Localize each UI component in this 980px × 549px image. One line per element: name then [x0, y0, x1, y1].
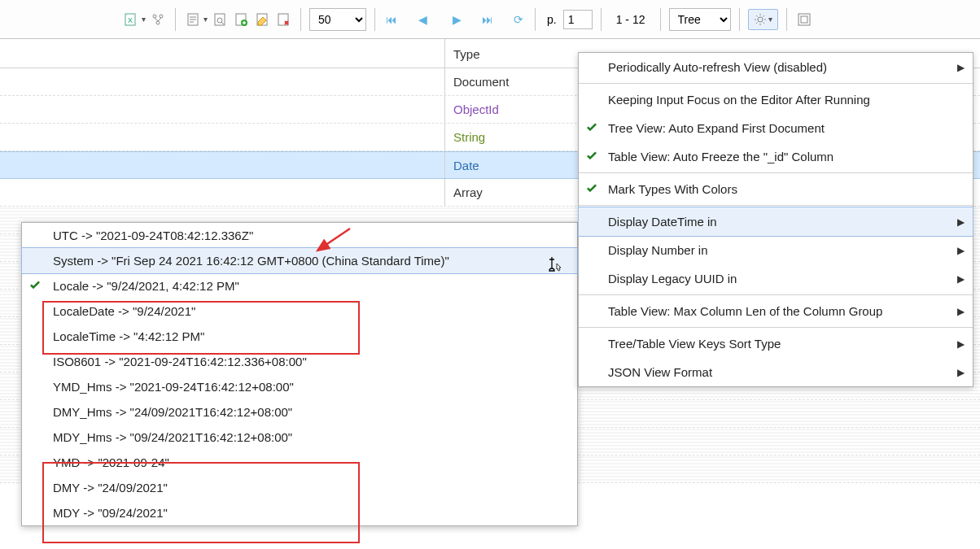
separator [300, 8, 301, 31]
delete-document-icon[interactable] [274, 11, 292, 28]
menu-item-label: ISO8601 -> "2021-09-24T16:42:12.336+08:0… [53, 355, 307, 368]
menu-item[interactable]: Table View: Auto Freeze the "_id" Column [579, 142, 973, 171]
add-document-icon[interactable] [232, 11, 250, 28]
dropdown-icon[interactable]: ▾ [203, 15, 208, 24]
svg-point-12 [758, 17, 763, 22]
menu-item-label: YMD_Hms -> "2021-09-24T16:42:12+08:00" [53, 380, 294, 394]
edit-document-icon[interactable] [253, 11, 271, 28]
menu-item[interactable]: System -> "Fri Sep 24 2021 16:42:12 GMT+… [22, 248, 577, 273]
menu-item-label: LocaleDate -> "9/24/2021" [53, 304, 195, 318]
check-icon [585, 181, 598, 197]
menu-item-label: System -> "Fri Sep 24 2021 16:42:12 GMT+… [53, 254, 449, 268]
svg-point-2 [153, 15, 156, 18]
submenu-arrow-icon: ▶ [957, 62, 965, 73]
separator [601, 8, 602, 31]
menu-item-label: Locale -> "9/24/2021, 4:42:12 PM" [53, 279, 239, 293]
check-icon [28, 278, 42, 294]
menu-item[interactable]: Locale -> "9/24/2021, 4:42:12 PM" [22, 273, 577, 298]
refresh-icon[interactable]: ⟳ [510, 11, 527, 28]
schema-icon[interactable] [149, 11, 167, 28]
menu-item-label: Display Number in [608, 243, 708, 257]
menu-item[interactable]: Display Legacy UUID in▶ [579, 264, 973, 293]
dropdown-icon[interactable]: ▾ [142, 15, 146, 24]
svg-text:X: X [128, 16, 133, 24]
menu-item-label: MDY -> "09/24/2021" [53, 506, 168, 520]
menu-item[interactable]: Keeping Input Focus on the Editor After … [579, 85, 973, 114]
page-label: p. [547, 13, 557, 26]
record-range: 1 - 12 [616, 13, 645, 26]
type-column-header[interactable]: Type [444, 39, 505, 68]
menu-item[interactable]: DMY_Hms -> "24/09/2021T16:42:12+08:00" [22, 399, 577, 425]
menu-item[interactable]: Display DateTime in▶ [579, 207, 973, 236]
submenu-arrow-icon: ▶ [957, 338, 965, 350]
menu-item[interactable]: LocaleDate -> "9/24/2021" [22, 298, 577, 324]
next-page-icon[interactable]: ▶ [448, 11, 465, 28]
menu-separator [579, 327, 973, 328]
prev-page-icon[interactable]: ◀ [414, 11, 431, 28]
submenu-arrow-icon: ▶ [957, 367, 965, 378]
menu-item-label: Tree View: Auto Expand First Document [608, 121, 825, 135]
menu-item[interactable]: UTC -> "2021-09-24T08:42:12.336Z" [22, 223, 577, 248]
menu-item[interactable]: YMD -> "2021-09-24" [22, 450, 577, 475]
submenu-arrow-icon: ▶ [957, 245, 965, 256]
menu-item[interactable]: YMD_Hms -> "2021-09-24T16:42:12+08:00" [22, 374, 577, 399]
first-page-icon[interactable]: ⏮ [383, 11, 400, 28]
menu-item-label: Display Legacy UUID in [608, 272, 737, 285]
export-excel-icon[interactable]: X [122, 11, 140, 28]
menu-separator [579, 172, 973, 173]
menu-item-label: UTC -> "2021-09-24T08:42:12.336Z" [53, 229, 253, 242]
menu-item-label: DMY_Hms -> "24/09/2021T16:42:12+08:00" [53, 405, 292, 419]
separator [535, 8, 536, 31]
menu-separator [579, 83, 973, 84]
menu-item[interactable]: Table View: Max Column Len of the Column… [579, 297, 973, 325]
check-icon [585, 149, 598, 164]
menu-item-label: MDY_Hms -> "09/24/2021T16:42:12+08:00" [53, 430, 292, 444]
preview-icon[interactable] [211, 11, 229, 28]
menu-item[interactable]: Tree/Table View Keys Sort Type▶ [579, 329, 973, 358]
dropdown-icon: ▾ [768, 15, 772, 24]
menu-item[interactable]: Periodically Auto-refresh View (disabled… [579, 53, 973, 81]
type-cell: Document [444, 68, 509, 95]
menu-item-label: YMD -> "2021-09-24" [53, 455, 169, 469]
menu-item-label: JSON View Format [608, 365, 712, 379]
menu-separator [579, 294, 973, 295]
separator [739, 8, 740, 31]
document-icon[interactable] [184, 11, 202, 28]
menu-item[interactable]: ISO8601 -> "2021-09-24T16:42:12.336+08:0… [22, 349, 577, 374]
toolbar: X ▾ ▾ 50 ⏮ ◀ ▶ ⏭ ⟳ p. 1 - 12 Tree ▾ [0, 0, 980, 39]
page-size-select[interactable]: 50 [309, 8, 366, 31]
menu-item[interactable]: Tree View: Auto Expand First Document [579, 114, 973, 142]
separator [660, 8, 661, 31]
maximize-icon[interactable] [795, 11, 813, 28]
separator [786, 8, 787, 31]
menu-item-label: LocaleTime -> "4:42:12 PM" [53, 329, 204, 343]
submenu-arrow-icon: ▶ [957, 273, 965, 285]
datetime-submenu: UTC -> "2021-09-24T08:42:12.336Z"System … [21, 222, 578, 526]
menu-item[interactable]: Display Number in▶ [579, 236, 973, 264]
separator [175, 8, 176, 31]
gear-icon [754, 13, 767, 26]
last-page-icon[interactable]: ⏭ [479, 11, 496, 28]
type-cell: String [444, 124, 485, 150]
submenu-arrow-icon: ▶ [957, 306, 965, 317]
menu-item-label: Periodically Auto-refresh View (disabled… [608, 60, 827, 74]
view-mode-select[interactable]: Tree [669, 8, 731, 31]
menu-item[interactable]: Mark Types With Colors [579, 175, 973, 203]
settings-menu: Periodically Auto-refresh View (disabled… [578, 52, 973, 387]
type-cell: ObjectId [444, 96, 499, 123]
menu-item-label: Tree/Table View Keys Sort Type [608, 337, 781, 351]
menu-item[interactable]: DMY -> "24/09/2021" [22, 475, 577, 500]
menu-item[interactable]: JSON View Format▶ [579, 358, 973, 386]
svg-point-4 [156, 21, 160, 24]
separator [374, 8, 375, 31]
settings-button[interactable]: ▾ [748, 9, 778, 30]
menu-item[interactable]: MDY_Hms -> "09/24/2021T16:42:12+08:00" [22, 425, 577, 450]
menu-item[interactable]: MDY -> "09/24/2021" [22, 500, 577, 525]
submenu-arrow-icon: ▶ [957, 216, 965, 228]
check-icon [585, 120, 598, 136]
type-cell: Date [444, 152, 479, 178]
menu-item-label: Table View: Max Column Len of the Column… [608, 304, 882, 318]
page-input[interactable] [563, 10, 593, 29]
menu-item-label: DMY -> "24/09/2021" [53, 481, 168, 495]
menu-item[interactable]: LocaleTime -> "4:42:12 PM" [22, 324, 577, 349]
